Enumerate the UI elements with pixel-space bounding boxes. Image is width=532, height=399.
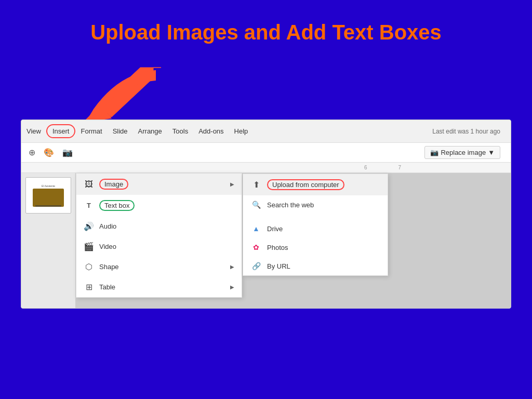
replace-image-label: Replace image [441, 149, 486, 156]
menu-bar: View Insert Format Slide Arrange Tools A… [21, 120, 511, 143]
table-label: Table [99, 283, 115, 291]
menu-slide[interactable]: Slide [108, 125, 133, 137]
audio-label: Audio [99, 222, 116, 230]
submenu-search[interactable]: 🔍 Search the web [243, 195, 388, 214]
audio-icon: 🔊 [84, 221, 94, 231]
replace-image-chevron: ▼ [488, 149, 495, 156]
dropdown-shape[interactable]: ⬡ Shape ▶ [76, 257, 242, 277]
menu-format[interactable]: Format [75, 125, 107, 137]
submenu-upload[interactable]: ⬆ Upload from computer [243, 174, 388, 195]
shape-arrow: ▶ [230, 264, 234, 270]
search-label: Search the web [267, 201, 314, 209]
upload-label: Upload from computer [267, 179, 344, 190]
menu-help[interactable]: Help [229, 125, 254, 137]
ruler: 6 7 [21, 163, 511, 173]
table-icon: ⊞ [84, 282, 94, 292]
url-icon: 🔗 [250, 262, 262, 270]
textbox-label: Text box [99, 200, 135, 211]
table-arrow: ▶ [230, 284, 234, 290]
menu-view[interactable]: View [21, 125, 46, 137]
page-title: Upload Images and Add Text Boxes [0, 0, 532, 44]
toolbar: ⊕ 🎨 📷 📷 Replace image ▼ [21, 143, 511, 163]
insert-dropdown: 🖼 Image ▶ T Text box 🔊 Audio 🎬 Video ⬡ [76, 173, 242, 298]
replace-image-button[interactable]: 📷 Replace image ▼ [424, 146, 500, 159]
dropdown-audio[interactable]: 🔊 Audio [76, 216, 242, 236]
dropdown-video[interactable]: 🎬 Video [76, 236, 242, 257]
search-icon: 🔍 [250, 201, 262, 209]
toolbar-icon-3[interactable]: 📷 [60, 147, 75, 158]
upload-icon: ⬆ [250, 180, 262, 190]
image-arrow: ▶ [230, 181, 234, 187]
drive-icon: ▲ [250, 224, 262, 233]
submenu-drive[interactable]: ▲ Drive [243, 219, 388, 238]
menu-arrange[interactable]: Arrange [133, 125, 167, 137]
slide-panel: El Asistente [21, 173, 76, 308]
video-icon: 🎬 [84, 242, 94, 251]
dropdown-image[interactable]: 🖼 Image ▶ [76, 174, 242, 195]
menu-tools[interactable]: Tools [167, 125, 193, 137]
menu-insert[interactable]: Insert [46, 124, 76, 138]
menu-addons[interactable]: Add-ons [193, 125, 229, 137]
submenu-photos[interactable]: ✿ Photos [243, 238, 388, 257]
shape-label: Shape [99, 263, 119, 271]
dropdown-textbox[interactable]: T Text box [76, 195, 242, 216]
toolbar-icon-1[interactable]: ⊕ [26, 147, 37, 158]
submenu-url[interactable]: 🔗 By URL [243, 257, 388, 275]
image-submenu: ⬆ Upload from computer 🔍 Search the web … [243, 174, 388, 276]
image-icon: 🖼 [84, 180, 94, 189]
toolbar-icon-2[interactable]: 🎨 [42, 147, 56, 158]
replace-image-icon: 📷 [430, 149, 438, 156]
dropdown-table[interactable]: ⊞ Table ▶ [76, 277, 242, 297]
shape-icon: ⬡ [84, 262, 94, 272]
main-content: El Asistente 🖼 Image ▶ T Text box [21, 173, 511, 308]
slide-thumbnail: El Asistente [25, 177, 71, 214]
image-label: Image [99, 179, 128, 190]
drive-label: Drive [267, 225, 283, 233]
photos-label: Photos [267, 244, 288, 251]
ui-screenshot: View Insert Format Slide Arrange Tools A… [21, 119, 511, 309]
last-edit-text: Last edit was 1 hour ago [432, 128, 500, 135]
url-label: By URL [267, 262, 290, 270]
textbox-icon: T [84, 202, 94, 209]
photos-icon: ✿ [250, 243, 262, 251]
video-label: Video [99, 243, 116, 250]
